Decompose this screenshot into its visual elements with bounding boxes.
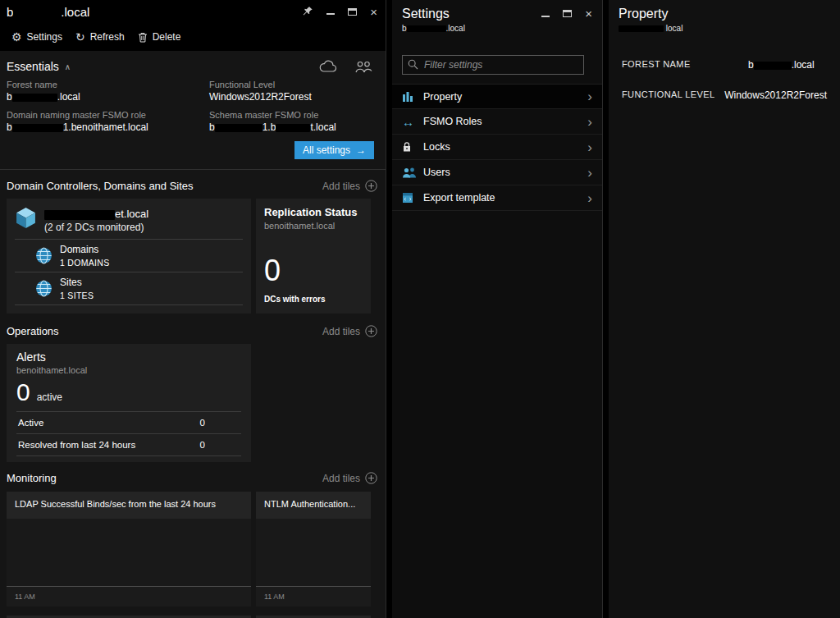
add-tiles-button[interactable]: Add tiles xyxy=(322,180,377,192)
essentials-section: Essentials ∧ Forest name b xyxy=(0,51,386,170)
redaction xyxy=(13,7,61,18)
export-template-icon xyxy=(402,192,423,204)
alerts-active-row: Active 0 xyxy=(16,411,241,433)
section-operations: Operations Add tiles xyxy=(0,315,386,342)
circle-plus-icon xyxy=(365,180,377,192)
lock-icon xyxy=(402,141,423,153)
redaction xyxy=(276,124,310,132)
replication-title: Replication Status xyxy=(264,206,363,218)
tile-domain-name: et.local xyxy=(44,207,148,222)
schema-master-value: b1.bt.local xyxy=(209,121,379,133)
forest-name-row: FOREST NAME b.local xyxy=(622,59,827,71)
redaction xyxy=(12,94,57,102)
essentials-title[interactable]: Essentials xyxy=(7,60,59,73)
search-icon xyxy=(408,59,418,70)
globe-icon xyxy=(35,247,52,264)
section-title: Monitoring xyxy=(7,472,57,484)
add-tiles-label: Add tiles xyxy=(322,181,360,192)
chevron-right-icon: › xyxy=(587,115,592,129)
sites-count: 1 SITES xyxy=(60,291,94,300)
menu-item-label: Users xyxy=(423,167,450,178)
menu-item-label: Property xyxy=(423,91,462,103)
functional-level-field: Functional Level Windows2012R2Forest xyxy=(209,80,379,103)
alerts-title: Alerts xyxy=(16,350,241,364)
chart-title: NTLM Authentication... xyxy=(256,492,371,519)
globe-icon xyxy=(35,280,52,297)
gear-icon: ⚙ xyxy=(11,31,22,43)
chevron-right-icon: › xyxy=(587,140,592,154)
collapse-chevron-icon[interactable]: ∧ xyxy=(65,62,71,71)
all-settings-button[interactable]: All settings → xyxy=(294,141,374,159)
pin-icon[interactable] xyxy=(302,6,313,17)
alerts-active-value: 0 xyxy=(200,418,240,428)
domains-row[interactable]: Domains 1 DOMAINS xyxy=(15,240,243,272)
section-title: Operations xyxy=(7,325,59,337)
menu-item-locks[interactable]: Locks › xyxy=(392,135,602,160)
forest-name-label: FOREST NAME xyxy=(622,59,748,71)
redaction xyxy=(619,25,664,32)
forest-name-field: Forest name b.local xyxy=(7,80,209,103)
filter-settings-input[interactable] xyxy=(402,55,584,75)
settings-menu: Property › ↔ FSMO Roles › Locks › Users … xyxy=(392,84,602,211)
redaction xyxy=(12,124,63,132)
add-tiles-label: Add tiles xyxy=(322,473,360,484)
domain-controllers-tile[interactable]: et.local (2 of 2 DCs monitored) Domains … xyxy=(7,199,251,314)
settings-command-label: Settings xyxy=(27,31,62,43)
cloud-icon[interactable] xyxy=(318,60,338,73)
circle-plus-icon xyxy=(365,325,377,337)
server-cube-icon xyxy=(15,207,37,229)
add-tiles-button[interactable]: Add tiles xyxy=(322,472,377,484)
menu-item-label: Locks xyxy=(423,141,450,153)
arrow-right-icon: → xyxy=(356,144,366,156)
minimize-icon[interactable] xyxy=(326,8,335,15)
replication-status-tile[interactable]: Replication Status benoithamet.local 0 D… xyxy=(256,199,371,314)
property-icon xyxy=(402,91,423,103)
forest-name-value: b.local xyxy=(748,59,815,71)
menu-item-export-template[interactable]: Export template › xyxy=(392,185,602,211)
functional-level-row: FUNCTIONAL LEVEL Windows2012R2Forest xyxy=(622,89,827,101)
alerts-tile[interactable]: Alerts benoithamet.local 0 active Active… xyxy=(7,344,251,462)
chevron-right-icon: › xyxy=(587,89,592,103)
forest-name-value: b.local xyxy=(7,91,209,103)
menu-item-users[interactable]: Users › xyxy=(392,160,602,185)
chart-title: LDAP Successful Binds/sec from the last … xyxy=(7,492,251,519)
close-icon[interactable]: × xyxy=(370,6,377,18)
delete-command[interactable]: Delete xyxy=(133,28,189,46)
settings-blade: Settings b.local × Property › ↔ FSMO Rol… xyxy=(392,0,603,618)
refresh-icon: ↻ xyxy=(75,31,85,43)
property-blade: Property local FOREST NAME b.local FUNCT… xyxy=(609,0,840,618)
sites-label: Sites xyxy=(60,277,94,288)
ldap-chart-tile[interactable]: LDAP Successful Binds/sec from the last … xyxy=(7,492,251,607)
replication-subtitle: benoithamet.local xyxy=(264,221,363,231)
add-tiles-button[interactable]: Add tiles xyxy=(322,325,377,337)
domain-blade: b.local × ⚙ Settings ↻ Refresh Delete E xyxy=(0,0,386,618)
menu-item-fsmo-roles[interactable]: ↔ FSMO Roles › xyxy=(392,109,602,135)
menu-item-property[interactable]: Property › xyxy=(392,84,602,109)
schema-master-label: Schema master FSMO role xyxy=(209,110,379,120)
functional-level-value: Windows2012R2Forest xyxy=(209,91,379,103)
section-monitoring: Monitoring Add tiles xyxy=(0,462,386,489)
close-icon[interactable]: × xyxy=(585,7,592,20)
settings-command[interactable]: ⚙ Settings xyxy=(7,28,71,46)
minimize-icon[interactable] xyxy=(541,11,550,17)
tile-monitored-count: (2 of 2 DCs monitored) xyxy=(44,222,148,233)
refresh-command[interactable]: ↻ Refresh xyxy=(71,28,133,46)
redaction xyxy=(215,124,262,132)
maximize-icon[interactable] xyxy=(563,10,572,17)
redaction xyxy=(754,62,792,70)
functional-level-label: Functional Level xyxy=(209,80,379,89)
ntlm-chart-tile[interactable]: NTLM Authentication... 11 AM xyxy=(256,492,371,607)
people-icon[interactable] xyxy=(354,61,372,73)
domain-naming-master-label: Domain naming master FSMO role xyxy=(7,110,209,120)
sites-row[interactable]: Sites 1 SITES xyxy=(15,272,243,305)
domain-naming-master-value: b1.benoithamet.local xyxy=(7,121,209,133)
add-tiles-label: Add tiles xyxy=(322,326,360,337)
schema-master-field: Schema master FSMO role b1.bt.local xyxy=(209,110,379,133)
redaction xyxy=(44,210,115,220)
alerts-count-caption: active xyxy=(37,391,62,403)
alerts-resolved-row: Resolved from last 24 hours 0 xyxy=(16,433,241,456)
command-bar: ⚙ Settings ↻ Refresh Delete xyxy=(0,23,386,51)
functional-level-label: FUNCTIONAL LEVEL xyxy=(622,89,724,101)
functional-level-value: Windows2012R2Forest xyxy=(724,89,827,101)
maximize-icon[interactable] xyxy=(348,8,357,16)
